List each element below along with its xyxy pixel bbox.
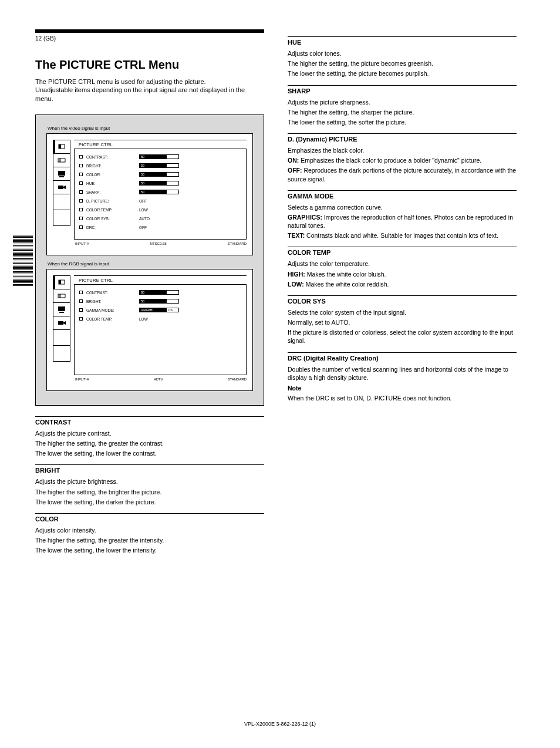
osd-menu-row: HUE:50 xyxy=(79,179,241,188)
osd-item-label: COLOR: xyxy=(86,173,139,177)
spec-text: The higher the setting, the greater the … xyxy=(35,536,264,544)
spec-text: The higher the setting, the sharper the … xyxy=(288,108,517,116)
spec-text: GRAPHICS: Improves the reproduction of h… xyxy=(288,213,517,230)
menu-icon-set xyxy=(53,167,70,181)
osd-screen-video: PICTURE CTRL CONTRAST:80BRIGHT:50COLOR:5… xyxy=(46,133,253,255)
bullet-icon xyxy=(79,181,83,185)
bullet-icon xyxy=(79,225,83,229)
spec-section: COLORAdjusts color intensity.The higher … xyxy=(35,513,264,555)
bullet-icon xyxy=(79,199,83,203)
svg-rect-9 xyxy=(58,306,65,311)
osd-item-label: D. PICTURE: xyxy=(86,199,139,203)
osd-panel-title: PICTURE CTRL xyxy=(79,278,247,283)
osd-item-label: GAMMA MODE: xyxy=(86,308,139,312)
spec-text: Note xyxy=(288,384,517,392)
menu-icon-blank xyxy=(53,210,70,226)
spec-section: COLOR TEMPAdjusts the color temperature.… xyxy=(288,247,517,288)
menu-icon-input xyxy=(53,153,70,167)
spec-text: OFF: Reproduces the dark portions of the… xyxy=(288,166,517,183)
spec-text: The higher the setting, the picture beco… xyxy=(288,59,517,68)
spec-heading: COLOR TEMP xyxy=(288,247,517,256)
spec-text: LOW: Makes the white color reddish. xyxy=(288,280,517,288)
svg-rect-5 xyxy=(58,186,63,189)
osd-item-label: COLOR TEMP: xyxy=(86,208,139,212)
osd-item-label: HUE: xyxy=(86,181,139,186)
section-tab-marker xyxy=(13,235,33,287)
spec-text: The higher the setting, the greater the … xyxy=(35,439,264,447)
menu-icon-picture xyxy=(53,275,70,289)
spec-heading: DRC (Digital Reality Creation) xyxy=(288,352,517,362)
bullet-icon xyxy=(79,317,83,321)
osd-menu-row: BRIGHT:50 xyxy=(79,297,241,306)
bullet-icon xyxy=(79,173,83,176)
spec-section: SHARPAdjusts the picture sharpness.The h… xyxy=(288,85,517,127)
svg-rect-11 xyxy=(58,321,63,325)
bullet-icon xyxy=(79,291,83,294)
spec-heading: GAMMA MODE xyxy=(288,190,517,200)
spec-text: Adjusts the picture contrast. xyxy=(35,429,264,437)
spec-text: Emphasizes the black color. xyxy=(288,146,517,154)
menu-icon-blank xyxy=(53,194,70,210)
spec-text: If the picture is distorted or colorless… xyxy=(288,328,517,345)
osd-footer-mode: STANDARD xyxy=(227,378,247,381)
screen-caption: When the video signal is input xyxy=(48,126,253,131)
osd-footer-input: INPUT-A xyxy=(75,242,89,245)
osd-item-label: BRIGHT: xyxy=(86,299,139,304)
osd-menu-row: SHARP:50 xyxy=(79,188,241,197)
osd-value-bar: GRAPHICS xyxy=(139,308,179,312)
osd-menu-row: CONTRAST:80 xyxy=(79,153,241,161)
spec-heading: CONTRAST xyxy=(35,416,264,426)
bullet-icon xyxy=(79,308,83,312)
osd-screen-rgb: PICTURE CTRL CONTRAST:80BRIGHT:50GAMMA M… xyxy=(46,269,253,391)
svg-rect-10 xyxy=(59,312,64,313)
osd-value-bar: 50 xyxy=(139,163,179,168)
page-subtitle: The PICTURE CTRL menu is used for adjust… xyxy=(35,78,264,103)
osd-menu-row: COLOR SYS:AUTO xyxy=(79,214,241,223)
osd-value-bar: 50 xyxy=(139,299,179,304)
osd-menu-row: CONTRAST:80 xyxy=(79,288,241,297)
spec-text: ON: Emphasizes the black color to produc… xyxy=(288,156,517,164)
osd-item-label: SHARP: xyxy=(86,190,139,194)
menu-icon-blank xyxy=(53,329,70,346)
spec-text: The lower the setting, the darker the pi… xyxy=(35,498,264,506)
spec-heading: COLOR SYS xyxy=(288,295,517,305)
svg-rect-7 xyxy=(59,280,61,284)
spec-section: HUEAdjusts color tones.The higher the se… xyxy=(288,36,517,78)
osd-item-label: COLOR SYS: xyxy=(86,217,139,221)
osd-menu-row: COLOR TEMP:LOW xyxy=(79,315,241,324)
spec-section: COLOR SYSSelects the color system of the… xyxy=(288,295,517,345)
menu-icon-input xyxy=(53,289,70,303)
bullet-icon xyxy=(79,208,83,211)
spec-text: The lower the setting, the softer the pi… xyxy=(288,118,517,126)
osd-value-bar: 50 xyxy=(139,190,179,194)
bullet-icon xyxy=(79,190,83,194)
spec-text: TEXT: Contrasts black and white. Suitabl… xyxy=(288,231,517,240)
osd-menu-row: GAMMA MODE:GRAPHICS xyxy=(79,306,241,315)
osd-footer-mode: STANDARD xyxy=(227,242,247,245)
osd-item-label: COLOR TEMP: xyxy=(86,317,139,321)
spec-heading: SHARP xyxy=(288,85,517,95)
svg-rect-1 xyxy=(59,144,61,149)
spec-text: The higher the setting, the brighter the… xyxy=(35,488,264,496)
bullet-icon xyxy=(79,164,83,167)
spec-heading: COLOR xyxy=(35,513,264,523)
menu-icon-picture xyxy=(53,140,70,154)
osd-item-value: OFF xyxy=(139,199,147,203)
spec-heading: HUE xyxy=(288,36,517,46)
menu-icon-set xyxy=(53,302,70,316)
osd-menu-row: BRIGHT:50 xyxy=(79,161,241,170)
spec-text: Doubles the number of vertical scanning … xyxy=(288,365,517,382)
menu-icon-install xyxy=(53,316,70,330)
osd-panel-title: PICTURE CTRL xyxy=(79,142,247,147)
osd-footer-sys: HDTV xyxy=(153,378,163,381)
spec-text: The lower the setting, the lower the con… xyxy=(35,449,264,457)
spec-text: HIGH: Makes the white color bluish. xyxy=(288,270,517,278)
osd-value-bar: 80 xyxy=(139,154,179,159)
osd-item-label: CONTRAST: xyxy=(86,291,139,295)
osd-item-value: LOW xyxy=(139,317,148,321)
page-footer: VPL-X2000E 3-862-226-12 (1) xyxy=(0,721,560,727)
spec-text: When the DRC is set to ON, D. PICTURE do… xyxy=(288,394,517,402)
screen-caption: When the RGB signal is input xyxy=(48,261,253,267)
bullet-icon xyxy=(79,155,83,159)
spec-text: Selects a gamma correction curve. xyxy=(288,203,517,211)
